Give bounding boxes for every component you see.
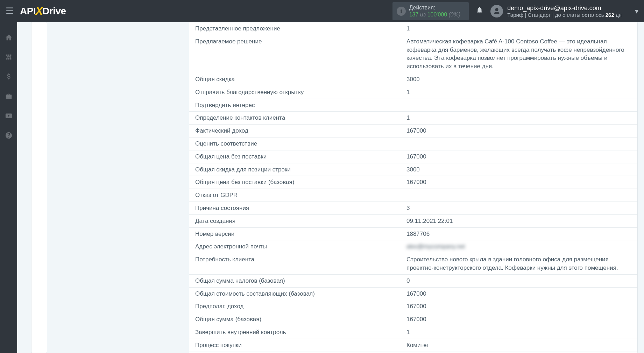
data-row-value: 3000 bbox=[403, 73, 637, 86]
sidebar-item-help[interactable] bbox=[0, 130, 17, 141]
info-icon: i bbox=[397, 7, 406, 16]
data-row: Номер версии1887706 bbox=[189, 228, 637, 241]
data-row-key: Предполаг. доход bbox=[189, 300, 403, 313]
data-row: ОписаниеПоставка кофеварок для нового зд… bbox=[189, 352, 637, 353]
actions-pct: (0%) bbox=[447, 12, 460, 17]
sidebar-item-video[interactable] bbox=[0, 110, 17, 121]
data-row-value: Поставка кофеварок для нового здания bbox=[403, 352, 637, 353]
data-row-key: Общая сумма налогов (базовая) bbox=[189, 275, 403, 287]
data-row: Потребность клиентаСтроительство нового … bbox=[189, 253, 637, 275]
data-row-value: 3000 bbox=[403, 163, 637, 176]
data-row-value: 09.11.2021 22:01 bbox=[403, 215, 637, 227]
data-row-value: 1 bbox=[403, 112, 637, 124]
data-row-value: 167000 bbox=[403, 300, 637, 313]
data-row-key: Потребность клиента bbox=[189, 253, 403, 274]
data-row-value: 3 bbox=[403, 202, 637, 214]
data-row-key: Определение контактов клиента bbox=[189, 112, 403, 124]
data-row-key: Подтвердить интерес bbox=[189, 99, 403, 112]
data-row-key: Отказ от GDPR bbox=[189, 189, 403, 202]
data-row-value: Строительство нового крыла в здании голо… bbox=[403, 253, 637, 274]
data-row: Причина состояния3 bbox=[189, 202, 637, 215]
data-row-key: Описание bbox=[189, 352, 403, 353]
avatar-icon bbox=[490, 5, 503, 17]
data-row-value: 167000 bbox=[403, 313, 637, 326]
data-row: Общая скидка3000 bbox=[189, 73, 637, 86]
logo-api: API bbox=[20, 6, 36, 17]
data-row-key: Общая стоимость составляющих (базовая) bbox=[189, 288, 403, 300]
data-row: Общая сумма (базовая)167000 bbox=[189, 313, 637, 326]
data-row: Общая скидка для позиции строки3000 bbox=[189, 163, 637, 176]
actions-label: Действия: bbox=[409, 4, 461, 11]
data-row-value: 167000 bbox=[403, 176, 637, 189]
data-row-key: Предлагаемое решение bbox=[189, 35, 403, 73]
data-row: Общая цена без поставки167000 bbox=[189, 150, 637, 163]
data-row-key: Оценить соответствие bbox=[189, 137, 403, 150]
data-row-value: 1887706 bbox=[403, 228, 637, 240]
user-email: demo_apix-drive@apix-drive.com bbox=[507, 5, 622, 12]
notifications-icon[interactable] bbox=[476, 6, 483, 16]
logo[interactable]: API X Drive bbox=[20, 5, 66, 17]
sidebar-item-billing[interactable] bbox=[0, 71, 17, 82]
data-row-key: Завершить внутренний контроль bbox=[189, 326, 403, 339]
actions-count: 137 bbox=[409, 12, 419, 17]
data-row-value: 1 bbox=[403, 86, 637, 99]
data-row-value bbox=[403, 137, 637, 150]
data-row-key: Фактический доход bbox=[189, 125, 403, 137]
topbar: ☰ API X Drive i Действия: 137 из 100'000… bbox=[0, 0, 644, 22]
menu-toggle-icon[interactable]: ☰ bbox=[6, 6, 14, 16]
left-empty-panel bbox=[31, 22, 47, 353]
data-row: Предполаг. доход167000 bbox=[189, 300, 637, 313]
sidebar-item-connections[interactable] bbox=[0, 51, 17, 63]
data-row: Представленное предложение1 bbox=[189, 22, 637, 35]
data-row-value: Автоматическая кофеварка Café A-100 Cont… bbox=[403, 35, 637, 73]
data-row-key: Отправить благодарственную открытку bbox=[189, 86, 403, 99]
data-row-key: Общая цена без поставки (базовая) bbox=[189, 176, 403, 189]
data-row-key: Номер версии bbox=[189, 228, 403, 240]
data-row-value: 167000 bbox=[403, 150, 637, 163]
data-row-key: Адрес электронной почты bbox=[189, 240, 403, 253]
tariff-suffix: дн bbox=[614, 12, 622, 18]
logo-drive: Drive bbox=[42, 6, 66, 17]
data-row: Завершить внутренний контроль1 bbox=[189, 326, 637, 339]
data-row: Оценить соответствие bbox=[189, 137, 637, 150]
tariff-prefix: Тариф | Стандарт | до оплаты осталось bbox=[507, 12, 605, 18]
data-row: Определение контактов клиента1 bbox=[189, 112, 637, 125]
data-row: Общая сумма налогов (базовая)0 bbox=[189, 275, 637, 288]
data-row-key: Общая скидка для позиции строки bbox=[189, 163, 403, 176]
data-row-key: Общая сумма (базовая) bbox=[189, 313, 403, 326]
data-row: Дата создания09.11.2021 22:01 bbox=[189, 215, 637, 228]
data-row-key: Представленное предложение bbox=[189, 22, 403, 35]
user-menu[interactable]: demo_apix-drive@apix-drive.com Тариф | С… bbox=[490, 5, 622, 18]
data-panel: Представленное предложение1Предлагаемое … bbox=[189, 22, 638, 353]
data-row: Отправить благодарственную открытку1 bbox=[189, 86, 637, 99]
data-row-key: Дата создания bbox=[189, 215, 403, 227]
sidebar-item-home[interactable] bbox=[0, 32, 17, 43]
data-row-key: Общая скидка bbox=[189, 73, 403, 86]
data-row: Процесс покупкиКомитет bbox=[189, 339, 637, 352]
chevron-down-icon[interactable]: ▾ bbox=[635, 7, 638, 15]
data-row: Общая стоимость составляющих (базовая)16… bbox=[189, 288, 637, 301]
data-row-value bbox=[403, 189, 637, 202]
data-row: Адрес электронной почтыalex@mycompany.ne… bbox=[189, 240, 637, 253]
data-row: Отказ от GDPR bbox=[189, 189, 637, 202]
sidebar-item-briefcase[interactable] bbox=[0, 91, 17, 102]
actions-total: 100'000 bbox=[427, 12, 447, 17]
actions-iz: из bbox=[418, 12, 427, 17]
data-row: Предлагаемое решениеАвтоматическая кофев… bbox=[189, 35, 637, 73]
data-row-value: alex@mycompany.net bbox=[403, 240, 637, 253]
data-row-key: Общая цена без поставки bbox=[189, 150, 403, 163]
actions-counter[interactable]: i Действия: 137 из 100'000 (0%) bbox=[392, 2, 469, 20]
data-row: Подтвердить интерес bbox=[189, 99, 637, 112]
sidebar bbox=[0, 22, 17, 353]
data-row-value: 1 bbox=[403, 326, 637, 339]
data-row-value bbox=[403, 99, 637, 112]
data-row: Фактический доход167000 bbox=[189, 125, 637, 137]
tariff-days: 262 bbox=[606, 12, 614, 18]
data-row-key: Процесс покупки bbox=[189, 339, 403, 352]
data-row-key: Причина состояния bbox=[189, 202, 403, 214]
logo-x: X bbox=[35, 5, 43, 17]
data-row-value: Комитет bbox=[403, 339, 637, 352]
data-row: Общая цена без поставки (базовая)167000 bbox=[189, 176, 637, 189]
data-row-value: 0 bbox=[403, 275, 637, 287]
data-row-value: 167000 bbox=[403, 125, 637, 137]
